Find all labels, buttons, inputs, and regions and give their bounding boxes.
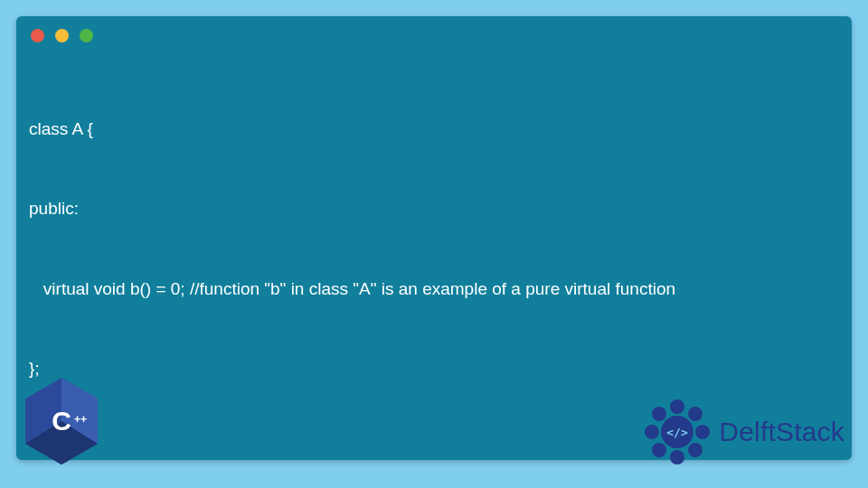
svg-point-7 [695, 425, 710, 439]
svg-point-12 [652, 407, 666, 421]
code-line: class A { [29, 116, 839, 142]
svg-point-5 [670, 399, 684, 414]
svg-point-9 [670, 450, 684, 465]
svg-text:</>: </> [667, 426, 689, 439]
svg-text:C: C [52, 406, 71, 436]
brand: </> DelftStack [645, 399, 844, 465]
svg-point-6 [688, 407, 703, 421]
code-line: }; [29, 355, 839, 381]
svg-point-10 [652, 443, 666, 457]
svg-text:++: ++ [74, 413, 87, 426]
window-titlebar [16, 16, 852, 50]
close-icon[interactable] [31, 29, 44, 42]
brand-logo-icon: </> [645, 399, 710, 465]
maximize-icon[interactable] [80, 29, 93, 42]
code-line: public: [29, 195, 839, 221]
code-window: class A { public: virtual void b() = 0; … [16, 16, 852, 460]
minimize-icon[interactable] [55, 29, 69, 42]
cpp-logo-icon: C ++ [22, 376, 101, 466]
brand-name: DelftStack [719, 417, 844, 447]
code-block: class A { public: virtual void b() = 0; … [16, 50, 852, 435]
svg-point-8 [688, 443, 703, 457]
code-line: virtual void b() = 0; //function "b" in … [29, 276, 839, 302]
svg-point-11 [645, 425, 659, 439]
